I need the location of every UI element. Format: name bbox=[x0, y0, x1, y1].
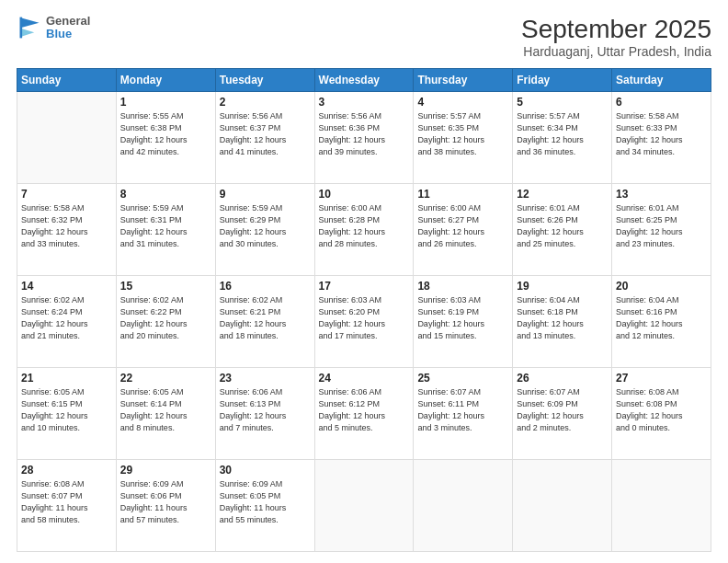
table-row: 21Sunrise: 6:05 AMSunset: 6:15 PMDayligh… bbox=[17, 368, 117, 460]
table-row bbox=[414, 460, 513, 552]
table-row: 18Sunrise: 6:03 AMSunset: 6:19 PMDayligh… bbox=[414, 276, 513, 368]
day-detail: Sunrise: 6:02 AMSunset: 6:24 PMDaylight:… bbox=[21, 294, 112, 342]
day-number: 2 bbox=[220, 96, 311, 109]
col-sunday: Sunday bbox=[17, 69, 117, 92]
table-row: 12Sunrise: 6:01 AMSunset: 6:26 PMDayligh… bbox=[513, 184, 612, 276]
day-detail: Sunrise: 5:59 AMSunset: 6:29 PMDaylight:… bbox=[220, 202, 311, 250]
day-number: 14 bbox=[21, 280, 112, 293]
title-block: September 2025 Harduaganj, Uttar Pradesh… bbox=[521, 15, 711, 59]
logo-line2: Blue bbox=[46, 28, 90, 40]
day-number: 29 bbox=[120, 464, 211, 477]
logo-line1: General bbox=[46, 15, 90, 28]
day-detail: Sunrise: 6:02 AMSunset: 6:21 PMDaylight:… bbox=[220, 294, 311, 342]
day-number: 21 bbox=[21, 372, 112, 385]
table-row bbox=[513, 460, 612, 552]
day-number: 23 bbox=[220, 372, 311, 385]
day-detail: Sunrise: 6:05 AMSunset: 6:14 PMDaylight:… bbox=[120, 386, 211, 434]
table-row: 26Sunrise: 6:07 AMSunset: 6:09 PMDayligh… bbox=[513, 368, 612, 460]
weekday-row: Sunday Monday Tuesday Wednesday Thursday… bbox=[17, 69, 711, 92]
table-row: 10Sunrise: 6:00 AMSunset: 6:28 PMDayligh… bbox=[314, 184, 414, 276]
day-number: 22 bbox=[120, 372, 211, 385]
calendar-table: Sunday Monday Tuesday Wednesday Thursday… bbox=[17, 68, 711, 552]
logo-icon bbox=[17, 15, 42, 40]
day-detail: Sunrise: 5:56 AMSunset: 6:37 PMDaylight:… bbox=[220, 110, 311, 158]
day-detail: Sunrise: 5:57 AMSunset: 6:35 PMDaylight:… bbox=[417, 110, 508, 158]
day-detail: Sunrise: 6:03 AMSunset: 6:20 PMDaylight:… bbox=[319, 294, 410, 342]
day-number: 8 bbox=[120, 188, 211, 201]
day-detail: Sunrise: 6:00 AMSunset: 6:27 PMDaylight:… bbox=[417, 202, 508, 250]
day-number: 13 bbox=[616, 188, 707, 201]
table-row: 30Sunrise: 6:09 AMSunset: 6:05 PMDayligh… bbox=[215, 460, 314, 552]
table-row: 14Sunrise: 6:02 AMSunset: 6:24 PMDayligh… bbox=[17, 276, 117, 368]
day-number: 6 bbox=[616, 96, 707, 109]
day-number: 25 bbox=[417, 372, 508, 385]
col-wednesday: Wednesday bbox=[314, 69, 414, 92]
day-detail: Sunrise: 6:01 AMSunset: 6:25 PMDaylight:… bbox=[616, 202, 707, 250]
day-detail: Sunrise: 5:59 AMSunset: 6:31 PMDaylight:… bbox=[120, 202, 211, 250]
day-number: 19 bbox=[517, 280, 608, 293]
table-row: 8Sunrise: 5:59 AMSunset: 6:31 PMDaylight… bbox=[116, 184, 215, 276]
table-row: 22Sunrise: 6:05 AMSunset: 6:14 PMDayligh… bbox=[116, 368, 215, 460]
day-detail: Sunrise: 5:56 AMSunset: 6:36 PMDaylight:… bbox=[319, 110, 410, 158]
table-row: 28Sunrise: 6:08 AMSunset: 6:07 PMDayligh… bbox=[17, 460, 117, 552]
table-row bbox=[17, 92, 117, 184]
table-row: 6Sunrise: 5:58 AMSunset: 6:33 PMDaylight… bbox=[612, 92, 711, 184]
day-detail: Sunrise: 5:57 AMSunset: 6:34 PMDaylight:… bbox=[517, 110, 608, 158]
day-number: 4 bbox=[417, 96, 508, 109]
col-monday: Monday bbox=[116, 69, 215, 92]
table-row: 17Sunrise: 6:03 AMSunset: 6:20 PMDayligh… bbox=[314, 276, 414, 368]
day-number: 17 bbox=[319, 280, 410, 293]
day-detail: Sunrise: 6:06 AMSunset: 6:12 PMDaylight:… bbox=[319, 386, 410, 434]
table-row: 27Sunrise: 6:08 AMSunset: 6:08 PMDayligh… bbox=[612, 368, 711, 460]
table-row: 7Sunrise: 5:58 AMSunset: 6:32 PMDaylight… bbox=[17, 184, 117, 276]
table-row: 5Sunrise: 5:57 AMSunset: 6:34 PMDaylight… bbox=[513, 92, 612, 184]
table-row: 23Sunrise: 6:06 AMSunset: 6:13 PMDayligh… bbox=[215, 368, 314, 460]
day-detail: Sunrise: 6:06 AMSunset: 6:13 PMDaylight:… bbox=[220, 386, 311, 434]
table-row: 15Sunrise: 6:02 AMSunset: 6:22 PMDayligh… bbox=[116, 276, 215, 368]
day-detail: Sunrise: 6:08 AMSunset: 6:08 PMDaylight:… bbox=[616, 386, 707, 434]
table-row: 16Sunrise: 6:02 AMSunset: 6:21 PMDayligh… bbox=[215, 276, 314, 368]
day-number: 28 bbox=[21, 464, 112, 477]
day-number: 5 bbox=[517, 96, 608, 109]
day-number: 30 bbox=[220, 464, 311, 477]
table-row: 13Sunrise: 6:01 AMSunset: 6:25 PMDayligh… bbox=[612, 184, 711, 276]
table-row bbox=[612, 460, 711, 552]
day-detail: Sunrise: 6:04 AMSunset: 6:16 PMDaylight:… bbox=[616, 294, 707, 342]
day-detail: Sunrise: 6:04 AMSunset: 6:18 PMDaylight:… bbox=[517, 294, 608, 342]
day-number: 26 bbox=[517, 372, 608, 385]
day-number: 11 bbox=[417, 188, 508, 201]
day-detail: Sunrise: 6:00 AMSunset: 6:28 PMDaylight:… bbox=[319, 202, 410, 250]
svg-rect-3 bbox=[20, 17, 23, 39]
day-detail: Sunrise: 6:08 AMSunset: 6:07 PMDaylight:… bbox=[21, 478, 112, 526]
table-row: 25Sunrise: 6:07 AMSunset: 6:11 PMDayligh… bbox=[414, 368, 513, 460]
day-number: 15 bbox=[120, 280, 211, 293]
day-detail: Sunrise: 6:05 AMSunset: 6:15 PMDaylight:… bbox=[21, 386, 112, 434]
table-row: 19Sunrise: 6:04 AMSunset: 6:18 PMDayligh… bbox=[513, 276, 612, 368]
day-number: 3 bbox=[319, 96, 410, 109]
day-detail: Sunrise: 6:07 AMSunset: 6:11 PMDaylight:… bbox=[417, 386, 508, 434]
day-detail: Sunrise: 6:01 AMSunset: 6:26 PMDaylight:… bbox=[517, 202, 608, 250]
day-detail: Sunrise: 6:09 AMSunset: 6:05 PMDaylight:… bbox=[220, 478, 311, 526]
logo-text: General Blue bbox=[46, 15, 90, 41]
calendar-title: September 2025 bbox=[521, 15, 711, 44]
col-tuesday: Tuesday bbox=[215, 69, 314, 92]
calendar-body: 1Sunrise: 5:55 AMSunset: 6:38 PMDaylight… bbox=[17, 92, 711, 552]
day-number: 27 bbox=[616, 372, 707, 385]
day-detail: Sunrise: 6:07 AMSunset: 6:09 PMDaylight:… bbox=[517, 386, 608, 434]
day-number: 20 bbox=[616, 280, 707, 293]
day-detail: Sunrise: 5:55 AMSunset: 6:38 PMDaylight:… bbox=[120, 110, 211, 158]
header: General Blue September 2025 Harduaganj, … bbox=[17, 15, 711, 59]
day-detail: Sunrise: 6:09 AMSunset: 6:06 PMDaylight:… bbox=[120, 478, 211, 526]
page: General Blue September 2025 Harduaganj, … bbox=[0, 0, 728, 563]
day-detail: Sunrise: 5:58 AMSunset: 6:33 PMDaylight:… bbox=[616, 110, 707, 158]
table-row: 11Sunrise: 6:00 AMSunset: 6:27 PMDayligh… bbox=[414, 184, 513, 276]
table-row: 24Sunrise: 6:06 AMSunset: 6:12 PMDayligh… bbox=[314, 368, 414, 460]
table-row bbox=[314, 460, 414, 552]
calendar-subtitle: Harduaganj, Uttar Pradesh, India bbox=[521, 44, 711, 59]
day-number: 16 bbox=[220, 280, 311, 293]
table-row: 3Sunrise: 5:56 AMSunset: 6:36 PMDaylight… bbox=[314, 92, 414, 184]
day-number: 18 bbox=[417, 280, 508, 293]
logo: General Blue bbox=[17, 15, 90, 41]
table-row: 1Sunrise: 5:55 AMSunset: 6:38 PMDaylight… bbox=[116, 92, 215, 184]
day-number: 9 bbox=[220, 188, 311, 201]
